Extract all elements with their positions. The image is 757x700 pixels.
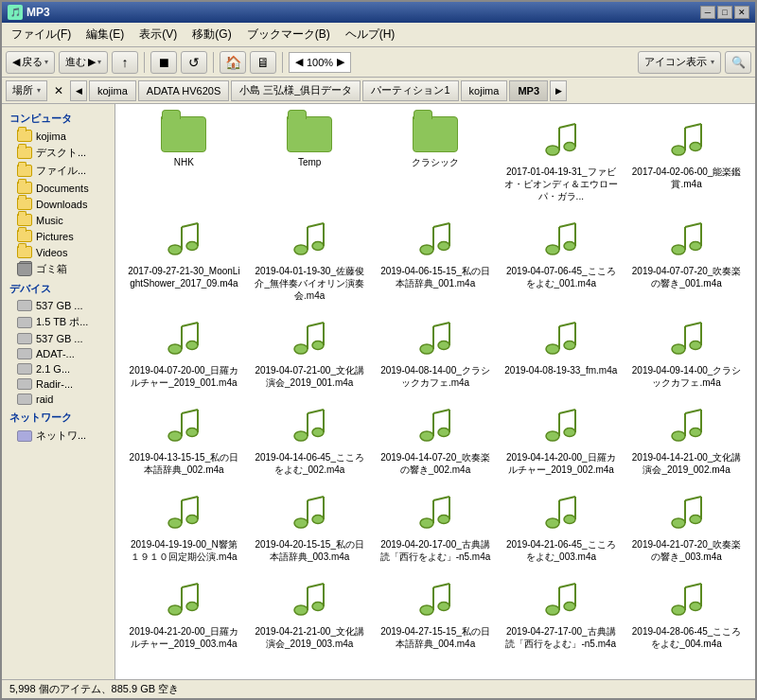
main-content: コンピュータ kojima デスクト... ファイル... Documents … [2, 104, 755, 679]
breadcrumb-next-button[interactable]: ▶ [550, 80, 567, 101]
file-item[interactable]: 2019-04-07-21-00_文化講演会_2019_001.m4a [249, 310, 371, 394]
file-item[interactable]: 2019-04-28-06-45_こころをよむ_004.m4a [625, 571, 748, 655]
file-item[interactable]: 2019-04-21-20-00_日羅カルチャー_2019_003.m4a [123, 571, 245, 655]
file-item[interactable]: 2019-04-19-19-00_N響第１９１０回定期公演.m4a [123, 484, 245, 568]
file-item[interactable]: 2019-04-20-15-15_私の日本語辞典_003.m4a [249, 484, 371, 568]
file-item[interactable]: 2017-09-27-21-30_MoonLightShower_2017_09… [123, 211, 245, 306]
sidebar-item-pictures[interactable]: Pictures [2, 228, 114, 244]
sidebar-item-drive-5[interactable]: 2.1 G... [2, 361, 114, 376]
sidebar-item-files[interactable]: ファイル... [2, 162, 114, 180]
file-item[interactable]: 2019-04-14-06-45_こころをよむ_002.m4a [249, 397, 371, 481]
svg-line-38 [182, 323, 198, 326]
file-item[interactable]: 2019-04-20-17-00_古典講読「西行をよむ」-n5.m4a [375, 484, 497, 568]
file-item[interactable]: 2017-01-04-19-31_ファビオ・ピオンディ＆エウローパ・ガラ... [500, 112, 622, 207]
breadcrumb-item-1[interactable]: kojima [89, 80, 136, 101]
file-item[interactable]: 2019-04-07-20-00_日羅カルチャー_2019_001.m4a [123, 310, 245, 394]
svg-point-126 [564, 603, 575, 611]
menu-file[interactable]: ファイル(F) [6, 25, 77, 44]
sidebar-item-kojima[interactable]: kojima [2, 128, 114, 144]
file-item[interactable]: 2019-04-13-15-15_私の日本語辞典_002.m4a [123, 397, 245, 481]
location-label[interactable]: 場所 ▾ [6, 80, 47, 101]
stop-button[interactable]: ⏹ [150, 51, 177, 74]
location-close-button[interactable]: ✕ [51, 83, 66, 98]
file-item[interactable]: 2019-04-21-21-00_文化講演会_2019_003.m4a [249, 571, 371, 655]
breadcrumb-item-2[interactable]: ADATA HV620S [138, 80, 229, 101]
sidebar-item-label: 537 GB ... [36, 300, 83, 311]
file-item[interactable]: 2019-04-08-19-33_fm.m4a [500, 310, 622, 394]
sidebar-item-drive-1[interactable]: 537 GB ... [2, 298, 114, 313]
sidebar-item-desktop[interactable]: デスクト... [2, 144, 114, 162]
menu-edit[interactable]: 編集(E) [80, 25, 130, 44]
menu-help[interactable]: ヘルプ(H) [340, 25, 401, 44]
zoom-out-icon[interactable]: ◀ [295, 56, 303, 68]
svg-line-118 [308, 584, 324, 587]
file-item[interactable]: 2019-04-08-14-00_クラシックカフェ.m4a [375, 310, 497, 394]
sidebar-item-raid[interactable]: raid [2, 392, 114, 407]
location-text: 場所 [12, 83, 33, 97]
sidebar-item-documents[interactable]: Documents [2, 180, 114, 196]
file-item[interactable]: 2019-04-21-06-45_こころをよむ_003.m4a [500, 484, 622, 568]
sidebar-item-drive-4[interactable]: ADAT-... [2, 346, 114, 361]
file-item[interactable]: Temp [249, 112, 371, 207]
svg-point-45 [420, 344, 433, 354]
minimize-button[interactable]: ─ [700, 6, 715, 19]
file-item[interactable]: 2019-04-06-15-15_私の日本語辞典_001.m4a [375, 211, 497, 306]
close-button[interactable]: ✕ [734, 6, 749, 19]
sidebar-item-label: Music [36, 215, 63, 226]
computer-button[interactable]: 🖥 [250, 51, 276, 74]
sidebar-item-trash[interactable]: ゴミ箱 [2, 260, 114, 278]
svg-point-116 [312, 603, 324, 611]
sidebar-item-music[interactable]: Music [2, 212, 114, 228]
home-button[interactable]: 🏠 [220, 51, 246, 74]
back-button[interactable]: ◀ 戻る ▾ [6, 51, 55, 74]
sidebar-item-drive-6[interactable]: Radir-... [2, 376, 114, 392]
sidebar-item-drive-2[interactable]: 1.5 TB ポ... [2, 313, 114, 331]
menu-view[interactable]: 表示(V) [133, 25, 183, 44]
svg-point-80 [672, 431, 685, 441]
svg-line-63 [182, 410, 198, 413]
svg-point-100 [546, 518, 559, 528]
file-item[interactable]: 2019-04-14-21-00_文化講演会_2019_002.m4a [625, 397, 748, 481]
forward-button[interactable]: 進む ▶ ▾ [59, 51, 108, 74]
file-item[interactable]: 2019-04-14-20-00_日羅カルチャー_2019_002.m4a [500, 397, 622, 481]
sidebar-item-network[interactable]: ネットワ... [2, 427, 114, 445]
music-file-icon [413, 315, 458, 360]
music-file-icon [413, 489, 458, 534]
sidebar-item-videos[interactable]: Videos [2, 244, 114, 260]
svg-point-60 [168, 431, 182, 441]
view-select[interactable]: アイコン表示 ▾ [638, 51, 721, 74]
breadcrumb-item-6[interactable]: MP3 [509, 80, 548, 101]
breadcrumb-prev-button[interactable]: ◀ [70, 80, 87, 101]
file-item[interactable]: 2019-04-07-06-45_こころをよむ_001.m4a [500, 211, 622, 306]
file-item[interactable]: 2019-04-01-19-30_佐藤俊介_無伴奏バイオリン演奏会.m4a [249, 211, 371, 306]
folder-icon [17, 230, 32, 242]
breadcrumb-item-3[interactable]: 小島 三弘様_俱日データ [231, 80, 361, 101]
file-item[interactable]: 2019-04-14-07-20_吹奏楽の響き_002.m4a [375, 397, 497, 481]
file-item[interactable]: 2019-04-27-15-15_私の日本語辞典_004.m4a [375, 571, 497, 655]
file-label: NHK [174, 156, 194, 168]
breadcrumb-item-5[interactable]: kojima [461, 80, 508, 101]
file-item[interactable]: 2019-04-21-07-20_吹奏楽の響き_003.m4a [625, 484, 748, 568]
svg-line-53 [559, 323, 575, 326]
menu-bookmarks[interactable]: ブックマーク(B) [241, 25, 336, 44]
file-label: 2019-04-07-06-45_こころをよむ_001.m4a [502, 265, 619, 289]
file-item[interactable]: 2019-04-07-07-20_吹奏楽の響き_001.m4a [625, 211, 748, 306]
sidebar-item-downloads[interactable]: Downloads [2, 196, 114, 212]
file-item[interactable]: 2019-04-09-14-00_クラシックカフェ.m4a [625, 310, 748, 394]
file-label: 2019-04-01-19-30_佐藤俊介_無伴奏バイオリン演奏会.m4a [252, 265, 368, 302]
file-item[interactable]: NHK [123, 112, 245, 207]
file-item[interactable]: 2019-04-27-17-00_古典講読「西行をよむ」-n5.m4a [500, 571, 622, 655]
up-button[interactable]: ↑ [112, 51, 138, 74]
maximize-button[interactable]: □ [717, 6, 732, 19]
svg-point-71 [438, 429, 449, 437]
breadcrumb-item-4[interactable]: パーティション1 [362, 80, 458, 101]
file-item[interactable]: クラシック [375, 112, 497, 207]
menu-go[interactable]: 移動(G) [186, 25, 237, 44]
sidebar-item-drive-3[interactable]: 537 GB ... [2, 331, 114, 346]
search-button[interactable]: 🔍 [725, 51, 751, 74]
file-item[interactable]: 2017-04-02-06-00_能楽鑑賞.m4a [625, 112, 748, 207]
music-file-icon [664, 489, 710, 534]
reload-button[interactable]: ↺ [181, 51, 207, 74]
zoom-in-icon[interactable]: ▶ [337, 56, 344, 68]
drive-icon [17, 394, 32, 405]
